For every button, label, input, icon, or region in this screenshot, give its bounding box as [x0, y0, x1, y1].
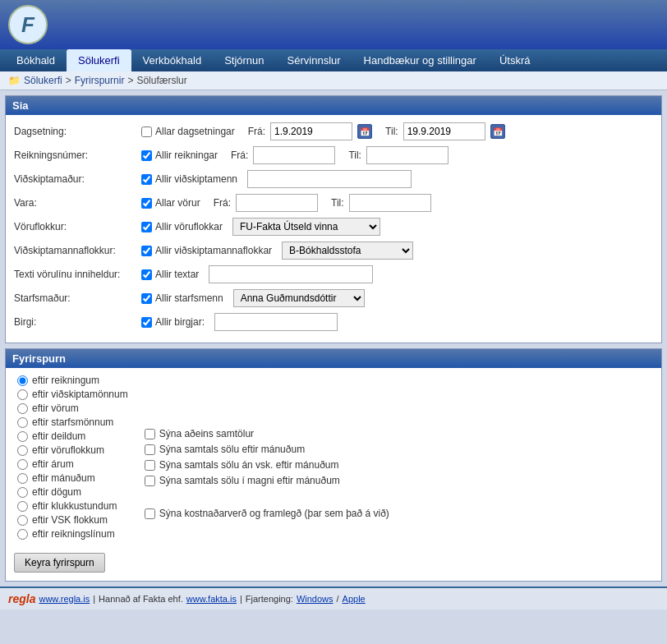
radio-eftir-manudum-input[interactable] [17, 473, 28, 484]
cb-synaadeinssamt[interactable]: Sýna aðeins samtölur [145, 428, 389, 439]
radio-eftir-vorum-input[interactable] [17, 403, 28, 414]
radio-eftir-arum[interactable]: eftir árum [17, 458, 128, 470]
footer-link-apple[interactable]: Apple [343, 594, 366, 604]
radio-eftir-reikningum-input[interactable] [17, 375, 28, 386]
voruflokkur-content: Allir vöruflokkar FU-Fakta Útseld vinna [141, 218, 653, 236]
radio-eftir-starfsmonnum-input[interactable] [17, 417, 28, 428]
radio-eftir-vsk-flokkum[interactable]: eftir VSK flokkum [17, 514, 128, 526]
reikningsnumer-label: Reikningsnúmer: [14, 150, 141, 161]
radio-eftir-reikningum[interactable]: eftir reikningum [17, 375, 128, 386]
run-query-button[interactable]: Keyra fyrirspurn [14, 553, 105, 573]
vidskiptamannaflokkur-checkbox-label[interactable]: Allir viðskiptamannaflokkar [141, 245, 272, 256]
sia-header: Sia [6, 96, 661, 115]
sia-body: Dagsetning: Allar dagsetningar Frá: 📅 Ti… [6, 115, 661, 343]
nav-bokhald[interactable]: Bókhald [5, 49, 67, 71]
vara-fra-input[interactable] [236, 194, 318, 212]
radio-eftir-arum-input[interactable] [17, 459, 28, 470]
footer-link-windows[interactable]: Windows [297, 594, 334, 604]
footer-logo: regla [8, 592, 35, 605]
vidskiptamadur-row: Viðskiptamaður: Allir viðskiptamenn [14, 169, 653, 189]
cb-synakostnad[interactable]: Sýna kostnaðarverð og framlegð (þar sem … [145, 508, 389, 519]
radio-eftir-dogum[interactable]: eftir dögum [17, 486, 128, 498]
vidskiptamadur-checkbox[interactable] [141, 174, 152, 185]
nav-solukerfi[interactable]: Sölukerfi [67, 49, 131, 71]
vidskiptamannaflokkur-label: Viðskiptamannaflokkur: [14, 245, 141, 256]
footer-link-regla[interactable]: www.regla.is [39, 594, 90, 604]
vara-til-input[interactable] [349, 194, 431, 212]
vidskiptamannaflokkur-select[interactable]: B-Bókhaldsstofa [282, 242, 413, 260]
voruflokkur-checkbox-label[interactable]: Allir vöruflokkar [141, 221, 223, 232]
radio-eftir-reikningslinum[interactable]: eftir reikningslínum [17, 528, 128, 540]
vidskiptamannaflokkur-content: Allir viðskiptamannaflokkar B-Bókhaldsst… [141, 242, 653, 260]
dagsetning-fra-cal-icon[interactable]: 📅 [357, 124, 372, 139]
radio-eftir-klukkustundum[interactable]: eftir klukkustundum [17, 500, 128, 512]
vidskiptamadur-checkbox-label[interactable]: Allir viðskiptamenn [141, 173, 237, 185]
radio-eftir-voruflokkum-input[interactable] [17, 445, 28, 456]
breadcrumb: 📁 Sölukerfi > Fyrirspurnir > Sölufærslur [0, 71, 667, 90]
logo-char: F [21, 12, 34, 38]
radio-eftir-dogum-input[interactable] [17, 487, 28, 498]
radio-eftir-vorum[interactable]: eftir vörum [17, 402, 128, 414]
radio-eftir-deildum[interactable]: eftir deildum [17, 430, 128, 442]
breadcrumb-solukerfi[interactable]: Sölukerfi [24, 75, 62, 86]
texti-input[interactable] [209, 265, 373, 283]
radio-eftir-starfsmonnum[interactable]: eftir starfsmönnum [17, 416, 128, 428]
birgi-checkbox[interactable] [141, 317, 152, 328]
nav-utskra[interactable]: Útskrá [488, 49, 542, 71]
dagsetning-til-input[interactable] [403, 122, 485, 140]
reikningsnumer-checkbox[interactable] [141, 150, 152, 161]
birgi-input[interactable] [214, 313, 338, 331]
cb-synasamt-anvsk[interactable]: Sýna samtals sölu án vsk. eftir mánuðum [145, 459, 389, 471]
cb-synakostnad-input[interactable] [145, 508, 155, 519]
voruflokkur-row: Vöruflokkur: Allir vöruflokkar FU-Fakta … [14, 217, 653, 237]
radio-eftir-vidskiptamonnum[interactable]: eftir viðskiptamönnum [17, 389, 128, 400]
fyrirspurn-body: eftir reikningum eftir viðskiptamönnum e… [6, 368, 661, 548]
starfsmadur-label: Starfsmaður: [14, 292, 141, 304]
radio-eftir-deildum-input[interactable] [17, 431, 28, 442]
voruflokkur-checkbox[interactable] [141, 222, 152, 232]
starfsmadur-row: Starfsmaður: Allir starfsmenn Anna Guðmu… [14, 288, 653, 308]
birgi-checkbox-label[interactable]: Allir birgjar: [141, 316, 205, 328]
dagsetning-til-cal-icon[interactable]: 📅 [490, 124, 505, 139]
radio-eftir-voruflokkum[interactable]: eftir vöruflokkum [17, 444, 128, 456]
voruflokkur-select[interactable]: FU-Fakta Útseld vinna [232, 218, 380, 236]
cb-synasamt-anvsk-input[interactable] [145, 460, 155, 471]
cb-synasamt-magni-input[interactable] [145, 476, 155, 486]
starfsmadur-checkbox-label[interactable]: Allir starfsmenn [141, 292, 223, 304]
nav-verkbokhald[interactable]: Verkbókhald [131, 49, 214, 71]
vara-checkbox-label[interactable]: Allar vörur [141, 197, 200, 209]
radio-eftir-klukkustundum-input[interactable] [17, 501, 28, 512]
texti-checkbox[interactable] [141, 269, 152, 280]
dagsetning-content: Allar dagsetningar Frá: 📅 Til: 📅 [141, 122, 653, 140]
vara-checkbox[interactable] [141, 198, 152, 209]
breadcrumb-fyrirspurnir[interactable]: Fyrirspurnir [75, 75, 125, 86]
radio-eftir-reikningslinum-input[interactable] [17, 529, 28, 540]
cb-synasamt-magni[interactable]: Sýna samtals sölu í magni eftir mánuðum [145, 475, 389, 486]
footer-link-fakta[interactable]: www.fakta.is [186, 594, 237, 604]
radio-eftir-vsk-flokkum-input[interactable] [17, 515, 28, 526]
texti-content: Allir textar [141, 265, 653, 283]
dagsetning-checkbox[interactable] [141, 126, 152, 137]
cb-synasamt-manutdum[interactable]: Sýna samtals sölu eftir mánuðum [145, 444, 389, 455]
nav-stjornun[interactable]: Stjórnun [213, 49, 275, 71]
vidskiptamannaflokkur-checkbox[interactable] [141, 246, 152, 256]
reikningsnumer-fra-input[interactable] [253, 146, 335, 164]
vara-content: Allar vörur Frá: Til: [141, 194, 653, 212]
cb-synasamt-manutdum-input[interactable] [145, 444, 155, 455]
starfsmadur-select[interactable]: Anna Guðmundsdóttir [233, 289, 365, 307]
vidskiptamadur-input[interactable] [247, 170, 412, 188]
cb-synaadeinssamt-input[interactable] [145, 429, 155, 439]
radio-eftir-vidskiptamonnum-input[interactable] [17, 389, 28, 400]
reikningsnumer-til-input[interactable] [366, 146, 448, 164]
breadcrumb-icon: 📁 [8, 75, 21, 86]
starfsmadur-checkbox[interactable] [141, 293, 152, 304]
reikningsnumer-checkbox-label[interactable]: Allir reikningar [141, 150, 218, 161]
dagsetning-fra-input[interactable] [270, 122, 352, 140]
nav-servinnslur[interactable]: Sérvinnslur [276, 49, 352, 71]
radio-eftir-manudum[interactable]: eftir mánuðum [17, 472, 128, 484]
texti-label: Texti vörulínu inniheldur: [14, 269, 141, 280]
nav-handbaekur[interactable]: Handbækur og stillingar [352, 49, 488, 71]
dagsetning-checkbox-label[interactable]: Allar dagsetningar [141, 126, 235, 137]
texti-checkbox-label[interactable]: Allir textar [141, 269, 199, 280]
reikningsnumer-content: Allir reikningar Frá: Til: [141, 146, 653, 164]
